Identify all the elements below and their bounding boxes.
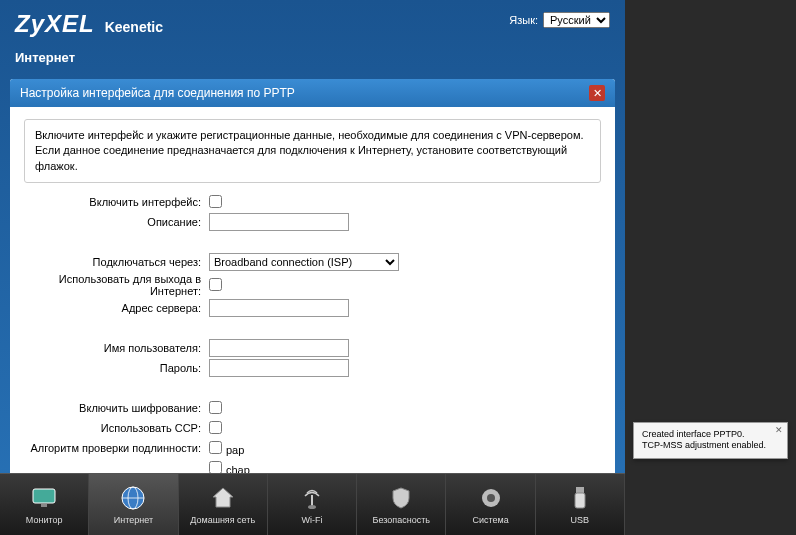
server-address-input[interactable] [209,299,349,317]
use-for-internet-checkbox[interactable] [209,278,222,291]
breadcrumb: Интернет [15,50,75,65]
instruction-text: Включите интерфейс и укажите регистрацио… [24,119,601,183]
label-auth-algorithms: Алгоритм проверки подлинности: [24,442,209,454]
svg-rect-9 [575,493,585,508]
label-description: Описание: [24,216,209,228]
label-username: Имя пользователя: [24,342,209,354]
monitor-icon [30,484,58,512]
nav-item-internet[interactable]: Интернет [89,474,178,535]
shield-icon [387,484,415,512]
nav-item-wifi[interactable]: Wi-Fi [268,474,357,535]
pap-checkbox[interactable] [209,441,222,454]
language-select[interactable]: Русский [543,12,610,28]
label-use-for-internet: Использовать для выхода в Интернет: [24,273,209,297]
label-password: Пароль: [24,362,209,374]
header: ZyXEL Keenetic Язык: Русский [0,0,625,43]
label-use-ccp: Использовать CCP: [24,422,209,434]
use-ccp-checkbox[interactable] [209,421,222,434]
wifi-icon [298,484,326,512]
svg-rect-8 [576,487,584,493]
username-input[interactable] [209,339,349,357]
breadcrumb-bar: Интернет [0,43,625,71]
close-icon[interactable]: ✕ [589,85,605,101]
label-server-address: Адрес сервера: [24,302,209,314]
app-window: ZyXEL Keenetic Язык: Русский Интернет На… [0,0,625,535]
settings-panel: Настройка интерфейса для соединения по P… [10,79,615,479]
svg-point-5 [308,505,316,509]
language-label: Язык: [509,14,538,26]
panel-body: Включите интерфейс и укажите регистрацио… [10,107,615,479]
enable-interface-checkbox[interactable] [209,195,222,208]
usb-icon [566,484,594,512]
nav-label-wifi: Wi-Fi [301,515,322,525]
nav-label-monitor: Монитор [26,515,63,525]
nav-label-usb: USB [571,515,590,525]
svg-rect-1 [41,504,47,507]
label-enable-encryption: Включить шифрование: [24,402,209,414]
panel-title-bar: Настройка интерфейса для соединения по P… [10,79,615,107]
pptp-form: Включить интерфейс: Описание: Подключать… [24,193,601,479]
language-selector: Язык: Русский [509,12,610,28]
nav-item-home-network[interactable]: Домашняя сеть [179,474,268,535]
enable-encryption-checkbox[interactable] [209,401,222,414]
svg-point-7 [487,494,495,502]
brand-logo: ZyXEL [15,10,95,38]
nav-item-system[interactable]: Система [446,474,535,535]
notification-toast: ✕ Created interface PPTP0. TCP-MSS adjus… [633,422,788,459]
svg-rect-0 [33,489,55,503]
nav-bar: Монитор Интернет Домашняя сеть Wi-Fi Без… [0,473,625,535]
globe-icon [119,484,147,512]
home-icon [209,484,237,512]
toast-close-icon[interactable]: ✕ [773,425,785,437]
nav-item-monitor[interactable]: Монитор [0,474,89,535]
nav-label-internet: Интернет [114,515,153,525]
toast-line2: TCP-MSS adjustment enabled. [642,440,779,452]
password-input[interactable] [209,359,349,377]
connect-via-select[interactable]: Broadband connection (ISP) [209,253,399,271]
chap-checkbox[interactable] [209,461,222,474]
panel-title: Настройка интерфейса для соединения по P… [20,86,295,100]
nav-label-security: Безопасность [373,515,430,525]
nav-item-usb[interactable]: USB [536,474,625,535]
nav-item-security[interactable]: Безопасность [357,474,446,535]
toast-line1: Created interface PPTP0. [642,429,779,441]
description-input[interactable] [209,213,349,231]
nav-label-system: Система [472,515,508,525]
label-connect-via: Подключаться через: [24,256,209,268]
pap-label: pap [226,444,244,456]
label-enable-interface: Включить интерфейс: [24,196,209,208]
brand-product: Keenetic [105,19,163,35]
gear-icon [477,484,505,512]
nav-label-home-network: Домашняя сеть [190,515,255,525]
